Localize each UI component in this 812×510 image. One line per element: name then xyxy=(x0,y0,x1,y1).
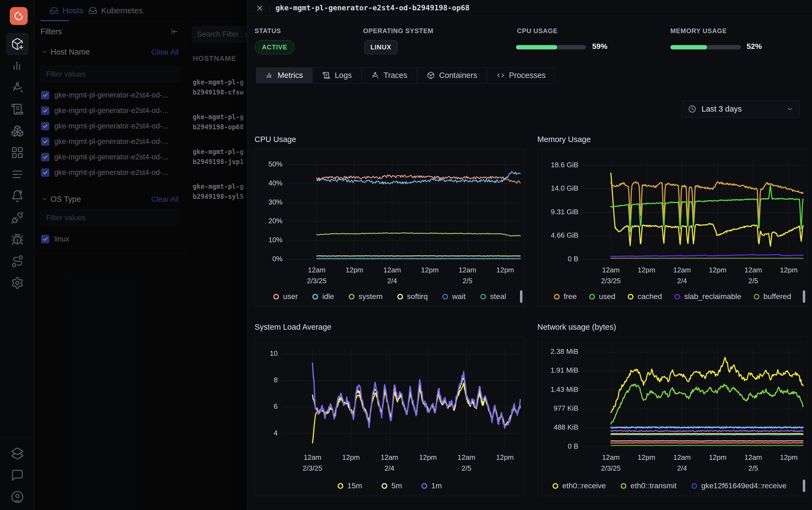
svg-text:2/5: 2/5 xyxy=(748,464,758,472)
status-badge: ACTIVE xyxy=(254,40,295,54)
legend-label: used xyxy=(599,292,615,301)
svg-text:40%: 40% xyxy=(268,179,282,187)
sidebar-item-layers[interactable] xyxy=(0,443,34,464)
legend-ring xyxy=(382,483,387,489)
svg-text:18.6 GiB: 18.6 GiB xyxy=(551,161,578,169)
legend-ring xyxy=(552,483,558,489)
sidebar-item-route[interactable] xyxy=(0,250,34,272)
layers-icon xyxy=(11,447,24,460)
plug-icon xyxy=(11,211,24,224)
svg-text:2/4: 2/4 xyxy=(387,277,397,285)
svg-text:488 KiB: 488 KiB xyxy=(553,423,578,431)
sidebar-item-scroll[interactable] xyxy=(0,98,34,120)
chart-legend: 15m5m1m xyxy=(255,477,524,495)
legend-label: eth0::receive xyxy=(562,481,606,490)
sidebar-item-bar-chart[interactable] xyxy=(0,55,34,77)
legend-ring xyxy=(589,294,595,300)
legend-ring xyxy=(421,483,427,489)
legend-item-buffered[interactable]: buffered xyxy=(754,292,791,301)
legend-item-eth0::transmit[interactable]: eth0::transmit xyxy=(621,481,676,490)
legend-label: gke12f61649ed4::receive xyxy=(701,481,786,490)
host-detail-drawer: gke-mgmt-pl-generator-e2st4-od-b2949198-… xyxy=(247,0,812,510)
chart-legend: useridlesystemsoftirqwaitsteal xyxy=(255,288,524,306)
legend-label: 1m xyxy=(431,481,442,490)
drawer-tab-containers[interactable]: Containers xyxy=(417,67,487,83)
drawer-tab-label: Traces xyxy=(384,71,408,80)
legend-item-idle[interactable]: idle xyxy=(312,292,334,301)
signoz-logo-icon[interactable] xyxy=(10,7,28,25)
svg-text:0 B: 0 B xyxy=(568,442,578,450)
drawer-mask[interactable] xyxy=(35,0,247,510)
drawer-tab-processes[interactable]: Processes xyxy=(487,67,555,83)
svg-text:10: 10 xyxy=(270,349,278,358)
cpu-usage-chart[interactable]: 0%10%20%30%40%50%12am2/3/2512pm12am2/412… xyxy=(254,149,525,307)
legend-item-slab_reclaimable[interactable]: slab_reclaimable xyxy=(674,292,741,301)
sidebar-item-chat[interactable] xyxy=(0,464,34,486)
sidebar-item-bell[interactable] xyxy=(0,185,34,207)
gear-icon xyxy=(11,277,24,289)
network-usage-chart[interactable]: 0 B488 KiB977 KiB1.43 MiB1.91 MiB2.38 Mi… xyxy=(537,336,808,496)
network-usage-chart-plot: 0 B488 KiB977 KiB1.43 MiB1.91 MiB2.38 Mi… xyxy=(538,338,808,474)
sidebar-item-package-plus[interactable] xyxy=(0,33,34,55)
bell-icon xyxy=(11,190,24,203)
cpu-progress-bar xyxy=(516,45,586,50)
svg-text:20%: 20% xyxy=(268,217,282,225)
svg-text:2/5: 2/5 xyxy=(748,277,758,285)
legend-scrollbar[interactable] xyxy=(520,290,522,303)
chart-title-memory: Memory Usage xyxy=(537,135,591,144)
legend-scrollbar[interactable] xyxy=(803,290,805,303)
svg-text:6: 6 xyxy=(274,402,278,410)
close-icon[interactable] xyxy=(255,4,264,12)
drawer-tab-label: Logs xyxy=(335,71,352,80)
app-root: Hosts Kubernetes Filters Host Name Clear… xyxy=(0,0,812,510)
time-range-label: Last 3 days xyxy=(701,105,786,114)
drawer-tab-metrics[interactable]: Metrics xyxy=(256,67,312,83)
legend-item-free[interactable]: free xyxy=(554,292,577,301)
sidebar-item-plug[interactable] xyxy=(0,207,34,229)
sidebar-item-gear[interactable] xyxy=(0,272,34,294)
legend-item-1m[interactable]: 1m xyxy=(421,481,442,490)
legend-item-system[interactable]: system xyxy=(349,292,383,301)
compass-icon xyxy=(371,72,379,79)
list-icon xyxy=(11,168,24,181)
layout-grid-icon xyxy=(11,146,24,159)
time-range-selector[interactable]: Last 3 days xyxy=(682,101,800,118)
legend-label: cached xyxy=(637,292,662,301)
drawer-tab-label: Metrics xyxy=(278,71,303,80)
legend-item-user[interactable]: user xyxy=(273,292,298,301)
memory-usage-chart[interactable]: 0 B4.66 GiB9.31 GiB14.0 GiB18.6 GiB12am2… xyxy=(537,149,808,307)
legend-item-cached[interactable]: cached xyxy=(628,292,662,301)
legend-scrollbar[interactable] xyxy=(803,480,805,492)
legend-ring xyxy=(674,294,680,300)
legend-label: system xyxy=(359,292,383,301)
legend-item-used[interactable]: used xyxy=(589,292,615,301)
sidebar-item-bug[interactable] xyxy=(0,229,34,250)
memory-progress-bar xyxy=(670,45,741,50)
legend-item-gke12f61649ed4::receive[interactable]: gke12f61649ed4::receive xyxy=(692,481,786,490)
sidebar-item-boxes[interactable] xyxy=(0,120,34,142)
svg-text:12am: 12am xyxy=(745,266,762,274)
svg-text:2/3/25: 2/3/25 xyxy=(601,464,621,472)
svg-text:4: 4 xyxy=(274,429,278,437)
boxes-icon xyxy=(11,124,24,137)
svg-text:12pm: 12pm xyxy=(345,266,363,274)
legend-item-eth0::receive[interactable]: eth0::receive xyxy=(552,481,606,490)
drawer-tab-label: Processes xyxy=(509,71,545,80)
os-label: OPERATING SYSTEM xyxy=(363,27,433,35)
legend-item-steal[interactable]: steal xyxy=(480,292,506,301)
svg-text:12pm: 12pm xyxy=(342,453,360,461)
sidebar-item-compass[interactable] xyxy=(0,77,34,98)
drawer-tab-traces[interactable]: Traces xyxy=(362,67,417,83)
sidebar-item-user[interactable] xyxy=(0,486,34,508)
svg-text:8: 8 xyxy=(274,376,278,384)
sidebar-item-list[interactable] xyxy=(0,164,34,185)
drawer-tab-logs[interactable]: Logs xyxy=(313,67,361,83)
legend-item-softirq[interactable]: softirq xyxy=(397,292,428,301)
legend-item-5m[interactable]: 5m xyxy=(382,481,402,490)
legend-item-15m[interactable]: 15m xyxy=(338,481,362,490)
drawer-tabs: MetricsLogsTracesContainersProcesses xyxy=(256,67,555,83)
system-load-average-chart[interactable]: 4681012am2/3/2512pm12am2/412pm12am2/512p… xyxy=(254,336,525,496)
legend-item-wait[interactable]: wait xyxy=(442,292,466,301)
sidebar-item-layout-grid[interactable] xyxy=(0,142,34,164)
svg-text:12pm: 12pm xyxy=(780,266,798,274)
